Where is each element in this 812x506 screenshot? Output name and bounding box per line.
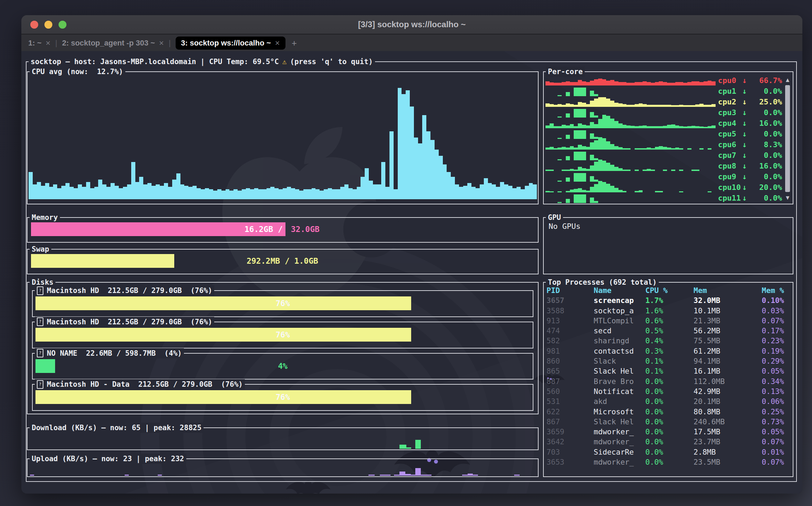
spark-bar: [708, 105, 712, 107]
tab-close-icon[interactable]: ×: [46, 38, 51, 48]
spark-bar: [566, 199, 570, 203]
cpu-history-bar: [229, 191, 233, 199]
process-row[interactable]: 867Slack Hel0.0%240.6MB0.73%: [546, 417, 791, 427]
cpu-history-bar: [160, 186, 164, 199]
process-row[interactable]: 531akd0.0%20.1MB0.06%: [546, 396, 791, 406]
core-usage-percent: 0.0%: [748, 171, 782, 182]
process-row[interactable]: 3642mdworker_0.0%23.7MB0.07%: [546, 437, 791, 447]
process-memory-percent: 0.07%: [762, 457, 791, 467]
process-row[interactable]: 887Brave Bro0.0%112.0MB0.34%: [546, 376, 791, 386]
spark-bar: [610, 186, 614, 193]
disk-usage-bar: 76%: [35, 390, 530, 404]
terminal-window: [3/3] socktop ws://localho ~ 1: ~×|2: so…: [21, 15, 802, 494]
spark-bar: [545, 125, 550, 128]
spark-bar: [659, 146, 663, 150]
spark-bar: [594, 140, 598, 150]
process-row[interactable]: 3653mdworker_0.0%23.5MB0.07%: [546, 457, 791, 467]
down-arrow-icon: ↓: [742, 86, 747, 97]
spark-bar: [545, 170, 550, 171]
tab-1[interactable]: 1: ~×: [28, 38, 51, 48]
process-row[interactable]: 981contactsd0.3%61.2MB0.19%: [546, 346, 791, 356]
spark-bar: [574, 109, 578, 118]
core-label: cpu9↓0.0%: [718, 171, 782, 182]
spark-bar: [623, 170, 627, 171]
memory-used-label: 16.2GB /: [244, 225, 283, 234]
process-row[interactable]: 860Slack0.1%94.1MB0.29%: [546, 356, 791, 366]
spark-bar: [594, 184, 598, 192]
spark-bar: [602, 182, 606, 192]
spark-bar: [691, 170, 696, 171]
spark-bar: [598, 79, 602, 85]
down-arrow-icon: ↓: [742, 193, 747, 203]
process-row[interactable]: 913MTLCompil0.6%21.3MB0.07%: [546, 316, 791, 326]
process-memory: 112.0MB: [694, 376, 762, 386]
cpu-history-bar: [463, 186, 467, 199]
tab-2[interactable]: 2: socktop_agent -p 303 ~×: [62, 38, 164, 48]
spark-bar: [626, 148, 631, 150]
cpu-history-bar: [94, 187, 98, 199]
spark-bar: [695, 170, 699, 171]
disk-usage-text: NO NAME 22.6MB / 598.7MB (4%): [47, 348, 182, 358]
cpu-history-bar: [324, 189, 328, 199]
process-memory: 16.1MB: [694, 366, 762, 376]
process-row[interactable]: 560Notificat0.0%42.9MB0.13%: [546, 386, 791, 396]
spark-bar: [708, 126, 712, 128]
process-memory-percent: 0.07%: [762, 316, 791, 326]
process-memory-percent: 0.03%: [762, 306, 791, 316]
spark-bar: [578, 123, 582, 128]
tab-3[interactable]: 3: socktop ws://localho ~×: [176, 37, 285, 50]
spark-bar: [574, 82, 578, 85]
process-row[interactable]: 582sharingd0.4%75.5MB0.23%: [546, 336, 791, 346]
core-name: cpu9: [718, 171, 741, 182]
scroll-down-icon[interactable]: ▼: [784, 194, 791, 201]
spark-bar: [623, 125, 627, 128]
process-memory: 42.9MB: [694, 386, 762, 396]
process-name: Slack: [594, 356, 645, 366]
cpu-history-bar: [332, 189, 336, 199]
gpu-title: GPU: [546, 212, 563, 223]
spark-bar: [610, 80, 614, 85]
process-row[interactable]: 703SidecarRe0.0%2.8MB0.01%: [546, 447, 791, 457]
per-core-scrollbar[interactable]: ▲ ▼: [784, 76, 791, 201]
new-tab-button[interactable]: +: [292, 38, 297, 49]
process-pid: 531: [546, 396, 594, 406]
spark-bar: [602, 115, 606, 128]
process-row[interactable]: 3657screencap1.7%32.0MB0.10%: [546, 295, 791, 305]
spark-bar: [566, 191, 570, 192]
cpu-history-bar: [29, 172, 33, 199]
process-pid: 3588: [546, 306, 594, 316]
tab-close-icon[interactable]: ×: [159, 38, 164, 48]
gpu-panel: GPU No GPUs: [543, 217, 793, 274]
spark-bar: [639, 190, 643, 192]
spark-bar: [655, 191, 659, 192]
core-usage-percent: 25.0%: [748, 97, 782, 107]
process-memory-percent: 0.23%: [762, 336, 791, 346]
spark-bar: [618, 103, 623, 107]
cpu-history-bar: [221, 191, 226, 199]
process-name: screencap: [594, 295, 645, 305]
process-row[interactable]: 622Microsoft0.0%80.8MB0.25%: [546, 407, 791, 417]
core-name: cpu0: [718, 75, 741, 86]
spark-bar: [643, 148, 647, 150]
cpu-history-bar: [287, 187, 291, 199]
scrollbar-thumb[interactable]: [785, 85, 790, 192]
column-header: PID: [546, 285, 594, 295]
cpu-history-bar: [242, 189, 246, 199]
spark-bar: [711, 104, 716, 107]
process-pid: 703: [546, 447, 594, 457]
process-row[interactable]: 865Slack Hel0.1%16.1MB0.05%: [546, 366, 791, 376]
tab-close-icon[interactable]: ×: [275, 38, 280, 48]
cpu-history-bar: [504, 184, 508, 199]
process-row[interactable]: 3659mdworker_0.0%17.5MB0.05%: [546, 427, 791, 437]
spark-bar: [574, 88, 578, 97]
scroll-up-icon[interactable]: ▲: [784, 76, 791, 83]
core-label: cpu11↓0.0%: [718, 193, 782, 203]
spark-bar: [558, 159, 562, 160]
spark-bar: [574, 148, 578, 150]
spark-bar: [545, 81, 550, 85]
process-memory: 61.2MB: [694, 346, 762, 356]
process-row[interactable]: 3588socktop_a1.6%10.1MB0.03%: [546, 306, 791, 316]
process-row[interactable]: 474secd0.5%56.2MB0.17%: [546, 326, 791, 336]
disk-title: ?Macintosh HD - Data 212.5GB / 279.0GB (…: [35, 379, 245, 389]
down-arrow-icon: ↓: [742, 97, 747, 107]
